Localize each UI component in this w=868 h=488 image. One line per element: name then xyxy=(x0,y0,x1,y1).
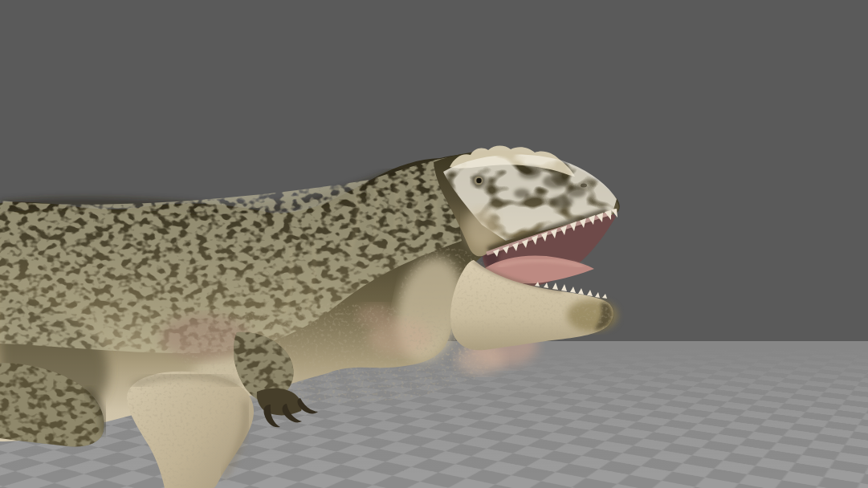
eye xyxy=(471,174,486,187)
viewport-3d[interactable] xyxy=(0,0,868,488)
dinosaur-model[interactable] xyxy=(0,146,620,488)
dinosaur-render xyxy=(0,0,868,488)
near-leg xyxy=(127,372,254,488)
nostril xyxy=(581,184,587,188)
